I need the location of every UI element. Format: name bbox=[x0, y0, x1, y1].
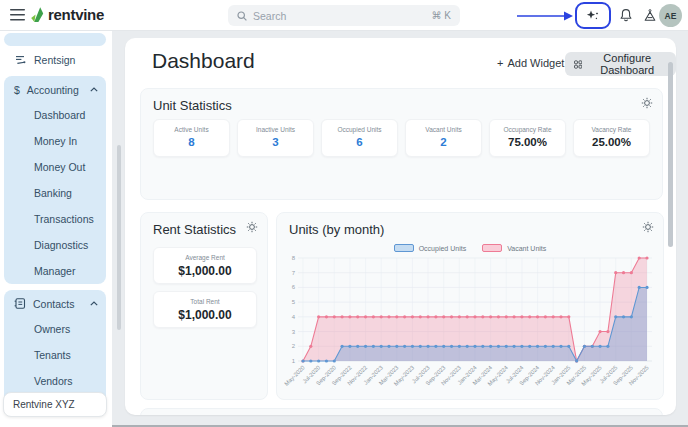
sidebar-item-owners[interactable]: Owners bbox=[34, 323, 70, 335]
search-input[interactable]: Search ⌘ K bbox=[228, 5, 460, 26]
unit-stats-row: Active Units8 Inactive Units3 Occupied U… bbox=[153, 119, 650, 157]
stat-value: 25.00% bbox=[574, 136, 649, 148]
rent-statistics-widget: Rent Statistics Average Rent$1,000.00 To… bbox=[140, 212, 268, 400]
svg-text:6: 6 bbox=[292, 284, 296, 290]
hamburger-menu-icon[interactable] bbox=[10, 8, 25, 22]
widget-settings-button[interactable] bbox=[641, 97, 653, 112]
stat-label: Average Rent bbox=[154, 254, 256, 261]
alert-triangle-icon bbox=[643, 8, 657, 23]
stat-value: 8 bbox=[154, 136, 229, 148]
units-chart: May-2020Jul-2020Sep-2020Sep-2022Nov-2022… bbox=[284, 255, 658, 397]
rentsign-icon bbox=[15, 54, 27, 66]
stat-label: Total Rent bbox=[154, 298, 256, 305]
widget-title: Units (by month) bbox=[289, 222, 384, 237]
stat-card-inactive-units: Inactive Units3 bbox=[237, 119, 314, 157]
search-icon bbox=[237, 11, 247, 21]
workspace-name: Rentvine XYZ bbox=[13, 399, 75, 410]
dollar-icon: $ bbox=[14, 84, 20, 96]
unit-statistics-widget: Unit Statistics Active Units8 Inactive U… bbox=[140, 88, 663, 200]
rentvine-logo-icon bbox=[30, 5, 45, 23]
units-by-month-widget: Units (by month) Occupied UnitsVacant Un… bbox=[276, 212, 664, 400]
stat-label: Vacancy Rate bbox=[574, 126, 649, 133]
plus-icon: + bbox=[497, 57, 503, 69]
stat-value: 2 bbox=[406, 136, 481, 148]
notifications-button[interactable] bbox=[619, 8, 633, 23]
stat-label: Inactive Units bbox=[238, 126, 313, 133]
chevron-up-icon bbox=[90, 301, 98, 306]
ai-assistant-button[interactable] bbox=[586, 9, 600, 23]
chevron-up-icon bbox=[90, 87, 98, 92]
sidebar-item-rentsign[interactable]: Rentsign bbox=[15, 54, 75, 66]
main-content: Dashboard + Add Widget Configure Dashboa… bbox=[125, 38, 676, 415]
stat-label: Vacant Units bbox=[406, 126, 481, 133]
sidebar-group-header-contacts[interactable]: Contacts bbox=[14, 296, 98, 311]
sidebar-item-diagnostics[interactable]: Diagnostics bbox=[34, 239, 88, 251]
sidebar-item-dashboard[interactable]: Dashboard bbox=[34, 109, 85, 121]
sidebar-item-tenants[interactable]: Tenants bbox=[34, 349, 71, 361]
rentvine-logo[interactable]: rentvine bbox=[30, 5, 104, 23]
alerts-button[interactable] bbox=[643, 8, 657, 23]
configure-dashboard-button[interactable]: Configure Dashboard bbox=[565, 52, 676, 76]
main-scrollbar[interactable] bbox=[668, 62, 673, 247]
legend-swatch bbox=[482, 244, 502, 252]
svg-text:8: 8 bbox=[292, 255, 296, 261]
annotation-highlight-box bbox=[575, 2, 611, 29]
sidebar-group-header-accounting[interactable]: $ Accounting bbox=[14, 82, 98, 97]
legend-label: Occupied Units bbox=[419, 245, 466, 252]
gear-icon bbox=[642, 221, 654, 233]
brand-name: rentvine bbox=[48, 6, 104, 23]
page-title: Dashboard bbox=[152, 49, 255, 73]
widget-title: Rent Statistics bbox=[153, 222, 236, 237]
gear-icon bbox=[246, 221, 258, 233]
stat-card-occupancy-rate: Occupancy Rate75.00% bbox=[489, 119, 566, 157]
legend-label: Vacant Units bbox=[507, 245, 546, 252]
stat-value: 75.00% bbox=[490, 136, 565, 148]
sidebar-item-money-out[interactable]: Money Out bbox=[34, 161, 85, 173]
sidebar-item-banking[interactable]: Banking bbox=[34, 187, 72, 199]
workspace-selector[interactable]: Rentvine XYZ bbox=[3, 392, 107, 417]
avatar[interactable]: AE bbox=[659, 4, 682, 27]
stat-card-occupied-units: Occupied Units6 bbox=[321, 119, 398, 157]
sidebar-item-vendors[interactable]: Vendors bbox=[34, 375, 73, 387]
stat-value: 3 bbox=[238, 136, 313, 148]
sidebar-item-label: Rentsign bbox=[34, 54, 75, 66]
stat-label: Active Units bbox=[154, 126, 229, 133]
svg-text:May-2020: May-2020 bbox=[284, 364, 306, 386]
annotation-arrow bbox=[516, 10, 574, 22]
next-widget-partial bbox=[140, 408, 663, 415]
top-bar: rentvine Search ⌘ K AE bbox=[0, 0, 688, 31]
search-placeholder: Search bbox=[253, 10, 426, 22]
svg-text:7: 7 bbox=[292, 270, 296, 276]
widget-settings-button[interactable] bbox=[642, 221, 654, 236]
sidebar-scrollbar[interactable] bbox=[117, 145, 121, 330]
sidebar-item-money-in[interactable]: Money In bbox=[34, 135, 77, 147]
avatar-initials: AE bbox=[665, 11, 677, 21]
stat-card-active-units: Active Units8 bbox=[153, 119, 230, 157]
sidebar-group-label: Accounting bbox=[27, 84, 79, 96]
legend-item[interactable]: Occupied Units bbox=[394, 244, 466, 252]
sidebar-group-accounting: $ Accounting Dashboard Money In Money Ou… bbox=[4, 76, 106, 284]
stat-value: $1,000.00 bbox=[154, 264, 256, 278]
stat-card-vacant-units: Vacant Units2 bbox=[405, 119, 482, 157]
sidebar: Rentsign $ Accounting Dashboard Money In… bbox=[0, 31, 112, 427]
search-shortcut-badge: ⌘ K bbox=[432, 10, 451, 21]
sidebar-item-transactions[interactable]: Transactions bbox=[34, 213, 94, 225]
svg-text:3: 3 bbox=[292, 329, 296, 335]
sparkles-icon bbox=[586, 9, 600, 23]
bell-icon bbox=[619, 8, 633, 23]
gear-icon bbox=[641, 97, 653, 109]
svg-text:1: 1 bbox=[292, 358, 296, 364]
sidebar-group-partial bbox=[4, 33, 106, 46]
stat-card-average-rent: Average Rent$1,000.00 bbox=[153, 247, 257, 284]
add-widget-button[interactable]: + Add Widget bbox=[497, 57, 564, 69]
stat-label: Occupied Units bbox=[322, 126, 397, 133]
stat-card-vacancy-rate: Vacancy Rate25.00% bbox=[573, 119, 650, 157]
contacts-book-icon bbox=[14, 298, 26, 309]
widget-settings-button[interactable] bbox=[246, 221, 258, 236]
legend-item[interactable]: Vacant Units bbox=[482, 244, 546, 252]
legend-swatch bbox=[394, 244, 414, 252]
stat-label: Occupancy Rate bbox=[490, 126, 565, 133]
stat-value: 6 bbox=[322, 136, 397, 148]
sidebar-item-manager[interactable]: Manager bbox=[34, 265, 75, 277]
stat-card-total-rent: Total Rent$1,000.00 bbox=[153, 291, 257, 328]
